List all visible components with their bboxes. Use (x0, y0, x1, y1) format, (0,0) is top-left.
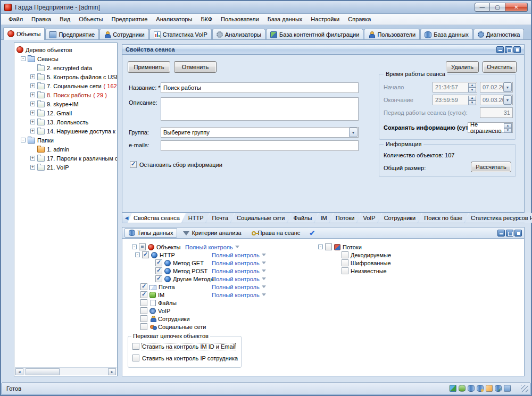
apply-button[interactable]: Применить (128, 61, 170, 73)
tree-item[interactable]: 2. encrypted data (16, 63, 116, 72)
tab-database[interactable]: База данных (420, 29, 473, 40)
tree-item-voip[interactable]: VoIP (132, 307, 313, 315)
panel-minimize-button[interactable] (496, 46, 504, 53)
tree-item[interactable]: 1. admin (16, 145, 116, 154)
expand-icon[interactable] (30, 156, 35, 161)
scroll-left-arrow[interactable]: ◂ (15, 368, 23, 375)
monitor-icon[interactable] (504, 385, 511, 392)
expand-icon[interactable] (30, 92, 35, 97)
tree-item[interactable]: 9. skype+IM (16, 99, 116, 108)
minimize-button[interactable]: — (475, 3, 490, 12)
tree-item-social[interactable]: Социальные сети (132, 323, 313, 331)
time-spinner[interactable]: ▲▼ (468, 96, 476, 104)
time-spinner[interactable]: ▲▼ (468, 83, 476, 91)
menu-enterprise[interactable]: Предприятие (107, 14, 152, 24)
tab-content-filter-base[interactable]: База контентной фильтрации (266, 29, 363, 40)
tree-item-method-post[interactable]: Метод POST Полный контроль (132, 267, 313, 275)
detail-tab-http[interactable]: HTTP (182, 213, 210, 223)
tree-group-sessions[interactable]: Сеансы (16, 54, 116, 63)
menu-settings[interactable]: Настройки (306, 14, 344, 24)
name-input[interactable] (161, 82, 359, 93)
expand-icon[interactable] (30, 165, 35, 170)
checkbox-unchecked[interactable] (140, 307, 147, 314)
filter-icon[interactable] (235, 246, 239, 248)
menu-help[interactable]: Справка (344, 14, 375, 24)
full-control-link[interactable]: Полный контроль (212, 260, 266, 266)
menu-database[interactable]: База данных (263, 14, 307, 24)
checkbox-unchecked[interactable] (140, 323, 147, 330)
checkbox-unchecked[interactable] (140, 315, 147, 322)
detail-tab-files[interactable]: Файлы (287, 213, 318, 223)
menu-edit[interactable]: Правка (27, 14, 55, 24)
full-control-link[interactable]: Полный контроль (212, 292, 266, 298)
detail-tab-http-stats[interactable]: Статистика ресурсов HTTP (465, 213, 532, 223)
database-alert-icon[interactable] (477, 385, 484, 392)
chevron-down-icon[interactable]: ▼ (349, 128, 358, 137)
tree-item-encrypted[interactable]: Шифрованные (318, 259, 435, 267)
detail-tab-session-properties[interactable]: Свойства сеанса (128, 213, 186, 223)
database-icon[interactable] (468, 385, 475, 392)
intercept-ip-checkbox[interactable]: Ставить на контроль IP сотрудника (132, 355, 238, 361)
filter-icon[interactable] (262, 293, 266, 296)
tree-item-objects[interactable]: Объекты Полный контроль (132, 243, 313, 251)
scroll-right-arrow[interactable]: ▸ (108, 368, 116, 375)
checkbox-unchecked[interactable] (342, 251, 348, 258)
period-input[interactable] (480, 107, 513, 118)
collapse-icon[interactable] (318, 245, 323, 249)
value-spinner[interactable]: ▲▼ (504, 123, 512, 132)
expand-icon[interactable] (30, 111, 35, 115)
end-time-input[interactable]: 23:59:59 ▲▼ (433, 95, 477, 105)
tab-voip-statistics[interactable]: Статистика VoIP (149, 29, 212, 40)
tab-analyzers[interactable]: Анализаторы (212, 29, 265, 40)
detail-tab-im[interactable]: IM (314, 213, 332, 223)
tab-analysis-criteria[interactable]: Критерии анализа (179, 228, 245, 238)
full-control-link[interactable]: Полный контроль (212, 252, 266, 258)
tab-session-rights[interactable]: Права на сеанс (247, 228, 305, 238)
scrollbar-thumb[interactable] (26, 368, 60, 375)
detail-tab-streams[interactable]: Потоки (330, 213, 361, 223)
checkbox-checked[interactable] (142, 251, 149, 258)
database-ok-icon[interactable] (495, 385, 502, 392)
description-input[interactable] (161, 97, 359, 121)
checkbox-unchecked[interactable] (325, 243, 332, 250)
tree-item[interactable]: 21. VoIP (16, 163, 116, 172)
tree-item[interactable]: 17. Пароли к различным сер (16, 154, 116, 163)
stop-collect-checkbox[interactable]: Остановить сбор информации (130, 161, 222, 168)
tree-item-employees[interactable]: Сотрудники (132, 315, 313, 323)
tree-item-unknown[interactable]: Неизвестные (318, 267, 435, 275)
chevron-down-icon[interactable]: ▼ (503, 82, 512, 92)
menu-view[interactable]: Вид (55, 14, 74, 24)
resize-grip[interactable] (521, 385, 528, 392)
checkbox-checked[interactable] (155, 267, 162, 274)
expand-icon[interactable] (30, 83, 35, 88)
full-control-link[interactable]: Полный контроль (212, 284, 266, 290)
keep-info-input[interactable]: Не ограничено ▲▼ (468, 122, 513, 133)
tree-item-decodable[interactable]: Декодируемые (318, 251, 435, 259)
full-control-link[interactable]: Полный контроль (185, 244, 239, 250)
tab-diagnostics[interactable]: Диагностика (473, 29, 525, 40)
detail-tab-mail[interactable]: Почта (206, 213, 235, 223)
database-green-icon[interactable] (459, 385, 466, 392)
tree-item-streams[interactable]: Потоки (318, 243, 435, 251)
checkbox-checked[interactable] (140, 291, 147, 298)
panel-minimize-button[interactable] (497, 230, 505, 237)
tab-users[interactable]: Пользователи (364, 29, 420, 40)
full-control-link[interactable]: Полный контроль (212, 268, 266, 274)
collapse-icon[interactable] (135, 252, 140, 257)
full-control-link[interactable]: Полный контроль (212, 276, 266, 282)
intercept-im-checkbox[interactable]: Ставить на контроль IM ID и Email (132, 343, 235, 350)
checkbox-icon[interactable] (130, 161, 137, 168)
tree-item-mail[interactable]: Почта Полный контроль (132, 283, 313, 291)
tab-data-types[interactable]: Типы данных (124, 228, 177, 238)
sync-status-icon[interactable] (450, 385, 456, 392)
panel-maximize-button[interactable] (506, 230, 513, 237)
collapse-icon[interactable] (132, 245, 137, 249)
tree-root[interactable]: Дерево объектов (16, 45, 116, 54)
clear-button[interactable]: Очистить (483, 61, 517, 73)
check-icon[interactable]: ✔ (309, 229, 315, 237)
filter-icon[interactable] (262, 269, 266, 272)
cancel-button[interactable]: Отменить (174, 61, 217, 73)
filter-icon[interactable] (262, 254, 266, 256)
checkbox-unchecked[interactable] (140, 299, 147, 306)
expand-icon[interactable] (30, 74, 35, 79)
